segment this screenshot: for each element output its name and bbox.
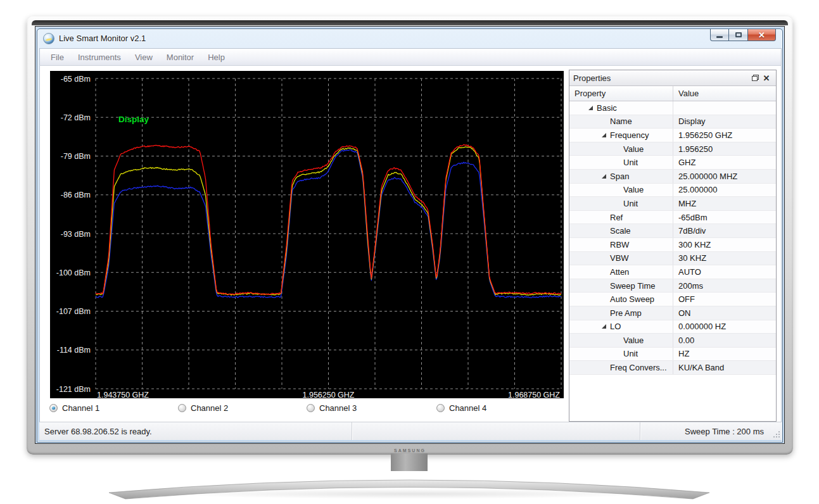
expander-icon[interactable] [602,324,606,329]
menu-item-view[interactable]: View [128,50,160,65]
property-row[interactable]: LO0.000000 HZ [569,320,776,334]
property-row[interactable]: Freq Convers...KU/KA Band [569,361,776,375]
channel-4-radio[interactable]: Channel 4 [436,403,486,413]
property-name: Basic [597,103,617,113]
y-axis-tick-label: -100 dBm [56,268,91,277]
float-button[interactable] [749,73,761,84]
property-row[interactable]: Sweep Time200ms [569,279,776,293]
server-status-text: Server 68.98.206.52 is ready. [44,427,152,436]
channel-2-radio[interactable]: Channel 2 [178,403,228,413]
channel-label: Channel 2 [191,403,228,413]
y-axis-tick-label: -72 dBm [61,113,91,122]
column-header-property: Property [569,86,673,101]
properties-header: Property Value [569,86,776,101]
property-value: AUTO [673,265,776,279]
radio-selected-icon[interactable] [49,404,58,412]
property-name: Value [623,185,644,194]
property-name: LO [610,322,621,331]
x-axis-tick-label: 1.943750 GHZ [97,391,149,398]
y-axis-tick-label: -107 dBm [56,307,91,316]
radio-unselected-icon[interactable] [436,404,445,412]
property-row[interactable]: UnitHZ [569,348,776,362]
app-window: Live Smart Monitor v2.1 ✕ FileInstrume [37,28,783,443]
close-button[interactable]: ✕ [748,29,776,41]
property-value: 0.000000 HZ [673,320,776,334]
property-name-cell: Value [569,184,673,197]
property-value: MHZ [673,197,776,210]
column-header-value: Value [673,86,776,101]
property-row[interactable]: Span25.000000 MHZ [569,170,776,184]
property-row[interactable]: Value1.956250 [569,142,776,156]
property-name: Freq Convers... [610,363,667,372]
property-name: Scale [610,226,631,236]
channel-bar: Channel 1Channel 2Channel 3Channel 4 [40,400,564,420]
expander-icon[interactable] [602,133,606,137]
property-row[interactable]: AttenAUTO [569,265,776,279]
channel-1-radio[interactable]: Channel 1 [49,403,99,413]
property-value: 30 KHZ [673,252,776,265]
property-name: VBW [610,253,629,263]
window-title: Live Smart Monitor v2.1 [59,34,146,43]
property-value: 25.000000 MHZ [673,170,776,183]
expander-icon[interactable] [602,174,606,179]
property-name-cell: Auto Sweep [569,293,673,306]
property-name-cell: Ref [569,211,673,224]
property-name-cell: Pre Amp [569,306,673,320]
property-value: GHZ [673,156,776,169]
y-axis-tick-label: -86 dBm [61,191,91,199]
menu-item-help[interactable]: Help [201,50,232,65]
minimize-button[interactable] [710,29,729,41]
property-name-cell: Unit [569,348,673,361]
properties-title: Properties [573,73,749,83]
radio-unselected-icon[interactable] [178,404,186,412]
expander-icon[interactable] [588,106,593,110]
property-row[interactable]: Value25.000000 [569,184,776,198]
property-name: Pre Amp [610,308,642,318]
maximize-button[interactable] [729,29,748,41]
property-name-cell: Name [569,115,673,129]
property-row[interactable]: Ref-65dBm [569,211,776,225]
property-row[interactable]: UnitMHZ [569,197,776,211]
property-name-cell: Value [569,334,673,347]
property-name: RBW [610,240,629,249]
property-name: Unit [623,199,638,208]
properties-title-bar: Properties ✕ [569,70,776,86]
display-label: Display [118,115,149,124]
property-value [673,101,776,115]
radio-unselected-icon[interactable] [307,404,315,412]
app-logo-icon [43,33,54,44]
menu-item-file[interactable]: File [44,50,71,65]
menu-item-monitor[interactable]: Monitor [160,50,201,65]
property-row[interactable]: Pre AmpON [569,306,776,320]
y-axis-tick-label: -114 dBm [57,346,91,355]
property-row[interactable]: Frequency1.956250 GHZ [569,129,776,142]
property-name: Value [623,336,644,345]
float-icon [752,75,759,81]
property-row[interactable]: RBW300 KHZ [569,238,776,252]
property-row[interactable]: Basic [569,101,776,115]
resize-grip[interactable] [770,422,782,440]
property-row[interactable]: UnitGHZ [569,156,776,170]
channel-label: Channel 1 [62,403,99,413]
monitor-bezel: Live Smart Monitor v2.1 ✕ FileInstrume [27,16,793,455]
property-row[interactable]: Auto SweepOFF [569,293,776,306]
channel-3-radio[interactable]: Channel 3 [307,403,357,413]
monitor-stand [100,466,718,503]
property-name-cell: Unit [569,197,673,210]
title-bar[interactable]: Live Smart Monitor v2.1 ✕ [37,29,782,48]
property-row[interactable]: Scale7dB/div [569,224,776,238]
channel-label: Channel 3 [319,403,357,413]
samsung-logo: SAMSUNG [27,448,793,453]
property-name: Name [610,117,632,126]
minimize-icon [716,36,723,38]
property-value: OFF [673,293,776,306]
property-name-cell: Scale [569,224,673,237]
property-row[interactable]: Value0.00 [569,334,776,348]
property-name-cell: Value [569,142,673,156]
property-row[interactable]: NameDisplay [569,115,776,129]
stage: Live Smart Monitor v2.1 ✕ FileInstrume [0,0,819,504]
property-row[interactable]: VBW30 KHZ [569,252,776,266]
panel-close-button[interactable]: ✕ [761,73,772,84]
menu-item-instruments[interactable]: Instruments [71,50,128,65]
property-name-cell: Span [569,170,673,183]
